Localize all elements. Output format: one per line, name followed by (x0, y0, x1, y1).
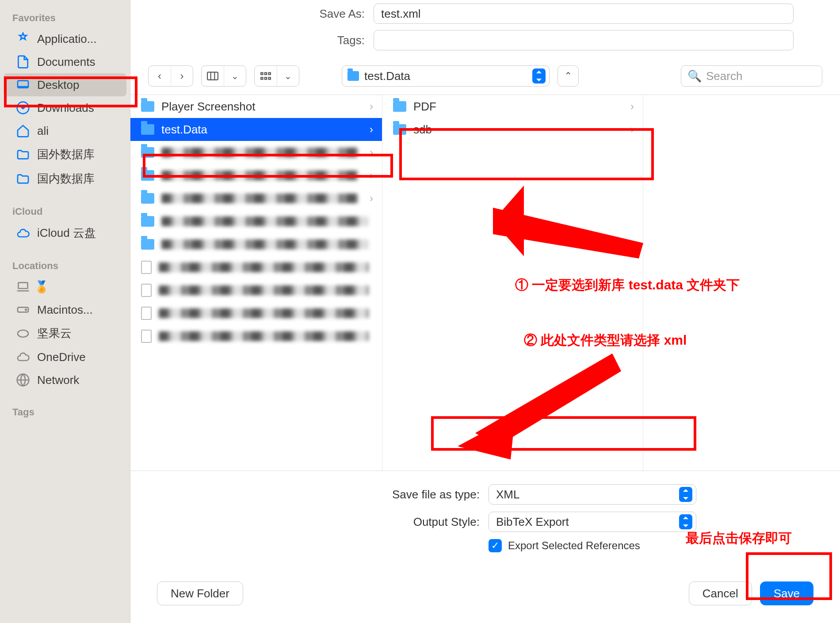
svg-point-4 (25, 309, 27, 311)
export-selected-checkbox[interactable]: ✓ Export Selected References (489, 539, 640, 552)
search-input[interactable]: 🔍 Search (681, 65, 822, 87)
sidebar-header-favorites: Favorites (0, 6, 130, 27)
folder-icon (16, 172, 30, 186)
sidebar-item-applications[interactable]: Applicatio... (4, 27, 126, 50)
file-icon (141, 261, 152, 274)
folder-icon (141, 101, 154, 112)
app-store-icon (16, 32, 30, 46)
new-folder-button[interactable]: New Folder (157, 581, 243, 605)
sidebar-item-nutstore[interactable]: 坚果云 (4, 321, 126, 346)
folder-icon (393, 124, 406, 135)
group-button[interactable]: ⌄ (254, 65, 299, 87)
output-style-label: Output Style: (157, 515, 489, 529)
file-row-player-screenshot[interactable]: Player Screenshot › (130, 95, 382, 118)
sidebar: Favorites Applicatio... Documents Deskto… (0, 0, 130, 623)
file-row-pdf[interactable]: PDF › (382, 95, 643, 118)
svg-rect-2 (18, 283, 27, 289)
folder-icon (141, 239, 154, 250)
updown-icon (532, 68, 546, 84)
folder-icon (141, 170, 154, 181)
back-button[interactable]: ‹ (149, 66, 171, 86)
tags-input[interactable] (374, 30, 794, 50)
file-row-obscured[interactable] (130, 279, 382, 302)
search-icon: 🔍 (687, 69, 702, 83)
file-row-obscured[interactable] (130, 325, 382, 348)
folder-icon (141, 147, 154, 158)
svg-rect-8 (261, 72, 263, 74)
grid-icon (255, 66, 277, 86)
file-row-obscured[interactable]: › (130, 187, 382, 210)
globe-icon (16, 373, 30, 387)
sidebar-item-foreign-db[interactable]: 国外数据库 (4, 142, 126, 167)
file-row-test-data[interactable]: test.Data › (130, 118, 382, 141)
folder-icon (141, 193, 154, 204)
save-type-label: Save file as type: (157, 488, 489, 501)
main-panel: Save As: test.xml Tags: ‹ › ⌄ ⌄ test.Dat… (130, 0, 840, 623)
sidebar-item-domestic-db[interactable]: 国内数据库 (4, 167, 126, 191)
desktop-icon (16, 78, 30, 92)
updown-icon (679, 487, 692, 502)
sidebar-item-ali[interactable]: ali (4, 119, 126, 142)
document-icon (16, 55, 30, 69)
save-type-popup[interactable]: XML (489, 484, 696, 505)
columns-icon (202, 66, 224, 86)
sidebar-item-icloud[interactable]: iCloud 云盘 (4, 221, 126, 245)
folder-icon (393, 101, 406, 112)
file-row-obscured[interactable] (130, 233, 382, 256)
sidebar-item-computer[interactable]: 🏅 (4, 275, 126, 298)
svg-rect-11 (261, 77, 263, 79)
sidebar-item-documents[interactable]: Documents (4, 50, 126, 73)
file-icon (141, 330, 152, 343)
saveas-input[interactable]: test.xml (374, 4, 794, 24)
file-row-obscured[interactable] (130, 210, 382, 233)
folder-icon (141, 124, 154, 135)
collapse-button[interactable]: ⌃ (557, 65, 579, 87)
svg-rect-12 (265, 77, 267, 79)
sidebar-item-desktop[interactable]: Desktop (4, 73, 126, 96)
sidebar-item-macintosh[interactable]: Macintos... (4, 298, 126, 321)
chevron-right-icon: › (370, 100, 373, 113)
checkbox-checked-icon: ✓ (489, 539, 502, 552)
browser-column-1: Player Screenshot › test.Data › › › › (130, 95, 382, 471)
annotation-text-1: ① 一定要选到新库 test.data 文件夹下 (515, 276, 740, 294)
forward-button[interactable]: › (171, 66, 193, 86)
tags-label: Tags: (148, 34, 374, 47)
sidebar-header-tags: Tags (0, 400, 130, 422)
cloud-icon (16, 226, 30, 240)
sidebar-item-onedrive[interactable]: OneDrive (4, 346, 126, 368)
chevron-right-icon: › (370, 146, 373, 159)
sidebar-item-network[interactable]: Network (4, 368, 126, 391)
laptop-icon (16, 280, 30, 294)
home-icon (16, 124, 30, 138)
chevron-down-icon: ⌄ (224, 66, 246, 86)
file-row-obscured[interactable] (130, 256, 382, 279)
download-icon (16, 101, 30, 115)
cloud-icon (16, 350, 30, 364)
svg-rect-9 (265, 72, 267, 74)
svg-point-5 (18, 330, 28, 337)
location-popup[interactable]: test.Data (342, 65, 550, 87)
save-button[interactable]: Save (760, 581, 813, 605)
file-row-sdb[interactable]: sdb › (382, 118, 643, 141)
sidebar-header-icloud: iCloud (0, 200, 130, 221)
file-icon (141, 307, 152, 320)
annotation-text-2: ② 此处文件类型请选择 xml (524, 331, 687, 349)
chevron-right-icon: › (370, 192, 373, 205)
updown-icon (679, 514, 692, 529)
file-row-obscured[interactable] (130, 302, 382, 325)
folder-icon (141, 216, 154, 227)
output-style-popup[interactable]: BibTeX Export (489, 512, 696, 532)
saveas-label: Save As: (148, 7, 374, 21)
file-row-obscured[interactable]: › (130, 164, 382, 187)
cancel-button[interactable]: Cancel (689, 581, 752, 605)
file-row-obscured[interactable]: › (130, 141, 382, 164)
sidebar-header-locations: Locations (0, 254, 130, 275)
svg-rect-13 (269, 77, 271, 79)
folder-icon (347, 71, 359, 81)
disk-icon (16, 327, 30, 341)
view-columns-button[interactable]: ⌄ (201, 65, 246, 87)
sidebar-item-downloads[interactable]: Downloads (4, 96, 126, 119)
chevron-right-icon: › (630, 123, 634, 136)
svg-rect-10 (269, 72, 271, 74)
svg-rect-7 (207, 72, 218, 80)
